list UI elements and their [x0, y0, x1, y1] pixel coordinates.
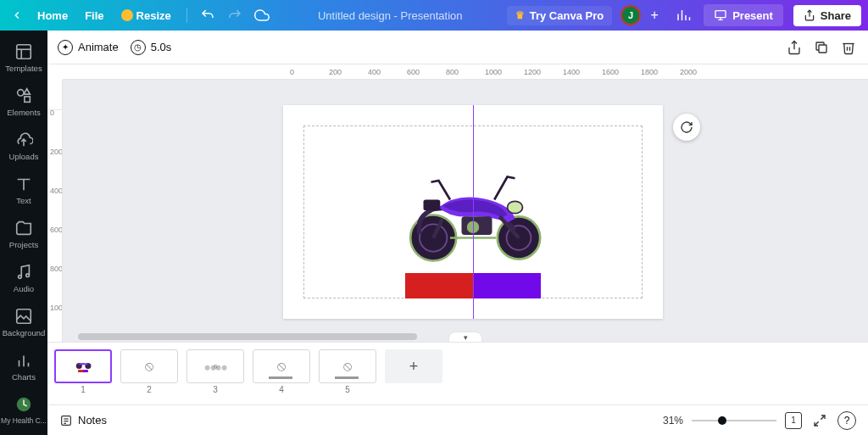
- sidebar-item-audio[interactable]: Audio: [0, 256, 47, 300]
- share-label: Share: [821, 9, 851, 22]
- sidebar-label: Background: [3, 328, 46, 337]
- zoom-slider[interactable]: [692, 420, 776, 421]
- text-icon: [14, 175, 33, 193]
- sidebar-item-projects[interactable]: Projects: [0, 212, 47, 256]
- sidebar-item-elements[interactable]: Elements: [0, 80, 47, 124]
- sidebar-item-background[interactable]: Background: [0, 300, 47, 344]
- canvas-area[interactable]: ▾: [63, 80, 868, 342]
- sidebar-label: Uploads: [9, 152, 39, 161]
- thumbnail-number: 5: [345, 385, 350, 394]
- ruler-mark: 200: [50, 148, 63, 156]
- audio-icon: [14, 263, 33, 282]
- sidebar-label: Audio: [14, 284, 34, 293]
- share-icon: [804, 9, 815, 21]
- svg-rect-0: [715, 11, 726, 18]
- horizontal-ruler[interactable]: 0 200 400 600 800 1000 1200 1400 1600 18…: [63, 64, 868, 80]
- sidebar-item-text[interactable]: Text: [0, 168, 47, 212]
- help-button[interactable]: ?: [837, 411, 856, 430]
- thumbnail-number: 2: [147, 385, 152, 394]
- thumbnail-preview: ⦸: [253, 349, 310, 383]
- thumbnail-page[interactable]: ⦸ 2: [120, 349, 178, 394]
- resize-label: Resize: [136, 9, 171, 22]
- export-icon[interactable]: [785, 38, 804, 57]
- ruler-mark: 1000: [50, 304, 63, 312]
- resize-button[interactable]: Resize: [114, 6, 178, 25]
- ruler-mark: 1000: [485, 68, 502, 76]
- thumbnail-preview: ⦸: [319, 349, 376, 383]
- svg-point-9: [19, 276, 22, 279]
- notes-toggle[interactable]: Notes: [59, 414, 107, 427]
- page-number-button[interactable]: 1: [785, 412, 802, 429]
- templates-icon: [14, 42, 33, 61]
- vertical-scrollbar[interactable]: [860, 80, 868, 333]
- ruler-mark: 1400: [563, 68, 580, 76]
- present-button[interactable]: Present: [704, 4, 783, 26]
- divider: [186, 8, 187, 23]
- undo-button[interactable]: [196, 3, 220, 27]
- ruler-mark: 400: [368, 68, 381, 76]
- sidebar-item-app[interactable]: My Health C...: [0, 391, 47, 435]
- thumbnail-preview: ⦸: [120, 349, 178, 383]
- thumbnail-preview: [54, 349, 112, 383]
- svg-point-24: [508, 201, 523, 213]
- ruler-mark: 1800: [641, 68, 658, 76]
- ruler-mark: 1600: [602, 68, 619, 76]
- add-collaborator-button[interactable]: +: [644, 5, 665, 25]
- fullscreen-button[interactable]: [810, 411, 829, 430]
- thumbnail-page[interactable]: ⦸ 5: [319, 349, 376, 394]
- side-panel: Templates Elements Uploads Text Projects…: [0, 31, 47, 435]
- share-button[interactable]: Share: [793, 5, 861, 26]
- page-pager-toggle[interactable]: ▾: [448, 332, 482, 342]
- thumbnail-page[interactable]: 1: [54, 349, 112, 394]
- vertical-ruler[interactable]: 0 200 400 600 800 1000: [47, 80, 63, 342]
- insights-button[interactable]: [671, 3, 695, 27]
- try-pro-button[interactable]: ♛ Try Canva Pro: [507, 6, 612, 25]
- svg-rect-25: [424, 200, 441, 211]
- hidden-icon: ⦸: [277, 359, 286, 374]
- red-rectangle[interactable]: [405, 273, 473, 298]
- animate-button[interactable]: ✦ Animate: [58, 40, 119, 55]
- zoom-value[interactable]: 31%: [663, 415, 683, 427]
- sidebar-item-uploads[interactable]: Uploads: [0, 124, 47, 168]
- cloud-status-icon[interactable]: [250, 3, 274, 27]
- redo-button[interactable]: [223, 3, 247, 27]
- background-icon: [14, 307, 33, 326]
- svg-line-40: [821, 415, 825, 420]
- sidebar-label: My Health C...: [1, 416, 47, 425]
- document-title[interactable]: Untitled design - Presentation: [277, 9, 504, 22]
- add-page-button[interactable]: +: [385, 349, 442, 383]
- svg-rect-11: [17, 310, 31, 324]
- context-toolbar: ✦ Animate ◷ 5.0s: [47, 31, 868, 64]
- delete-icon[interactable]: [839, 38, 858, 57]
- sidebar-label: Projects: [9, 240, 38, 249]
- notes-icon: [59, 414, 73, 427]
- thumbnail-preview: ⦸: [186, 349, 244, 383]
- svg-line-41: [815, 421, 819, 426]
- present-label: Present: [732, 9, 773, 22]
- thumbnail-number: 3: [213, 385, 218, 394]
- sidebar-label: Charts: [12, 372, 36, 382]
- clock-icon: ◷: [131, 40, 146, 55]
- back-button[interactable]: [7, 5, 27, 25]
- thumbnail-number: 4: [279, 385, 284, 394]
- center-guide[interactable]: [473, 105, 474, 319]
- ruler-mark: 1200: [524, 68, 541, 76]
- ruler-mark: 800: [446, 68, 459, 76]
- sidebar-item-charts[interactable]: Charts: [0, 344, 47, 388]
- uploads-icon: [14, 131, 33, 149]
- duration-button[interactable]: ◷ 5.0s: [131, 40, 172, 55]
- thumbnail-number: 1: [81, 385, 86, 394]
- duplicate-icon[interactable]: [812, 38, 831, 57]
- present-icon: [714, 8, 727, 22]
- user-avatar[interactable]: J: [620, 5, 641, 25]
- refresh-button[interactable]: [673, 114, 700, 141]
- thumbnail-page[interactable]: ⦸ 3: [186, 349, 244, 394]
- home-button[interactable]: Home: [31, 6, 75, 25]
- sidebar-item-templates[interactable]: Templates: [0, 36, 47, 80]
- purple-rectangle[interactable]: [473, 273, 541, 298]
- file-menu[interactable]: File: [78, 6, 110, 25]
- thumbnail-page[interactable]: ⦸ 4: [253, 349, 310, 394]
- charts-icon: [14, 351, 33, 370]
- hidden-icon: ⦸: [343, 359, 352, 374]
- svg-point-34: [222, 365, 227, 371]
